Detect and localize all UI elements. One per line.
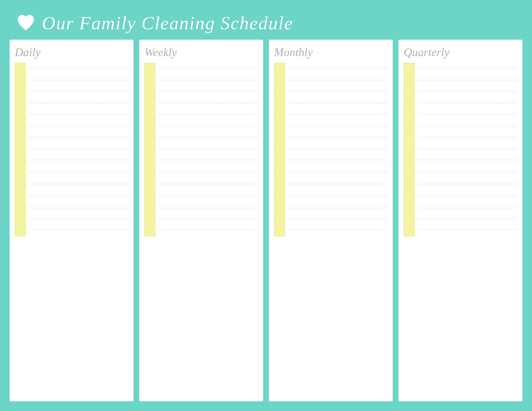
checkbox[interactable] [404,167,415,178]
monthly-checklist [274,62,388,396]
checkbox[interactable] [274,86,285,97]
checkbox[interactable] [15,132,26,143]
list-item [274,97,388,109]
list-item [274,225,388,236]
checkbox[interactable] [274,63,285,74]
weekly-column: Weekly [139,40,263,401]
list-item [15,85,128,97]
checkbox[interactable] [274,98,285,109]
list-item [274,155,388,167]
checkbox[interactable] [404,109,415,120]
list-item [274,120,388,132]
checkbox[interactable] [404,191,415,201]
checkbox[interactable] [144,156,155,167]
checkbox[interactable] [274,156,285,167]
list-item [144,167,258,178]
checkbox[interactable] [404,202,415,213]
list-item [274,109,388,120]
list-item [15,109,128,120]
checkbox[interactable] [274,167,285,178]
list-item [144,97,258,109]
checkbox[interactable] [404,121,415,132]
checkbox[interactable] [274,144,285,155]
checkbox[interactable] [15,98,26,109]
checkbox[interactable] [274,214,285,225]
checkbox[interactable] [144,144,155,155]
list-item [15,201,128,213]
list-item [404,201,517,213]
checkbox[interactable] [404,156,415,167]
checkbox[interactable] [144,191,155,201]
checkbox[interactable] [15,156,26,167]
list-item [404,190,517,201]
list-item [144,143,258,155]
list-item [404,155,517,167]
checkbox[interactable] [15,167,26,178]
checkbox[interactable] [15,191,26,201]
list-item [404,85,517,97]
checkbox[interactable] [15,121,26,132]
checkbox[interactable] [274,191,285,201]
checkbox[interactable] [404,225,415,236]
checkbox[interactable] [144,202,155,213]
checkbox[interactable] [144,214,155,225]
quarterly-checklist [404,62,517,396]
list-item [144,201,258,213]
list-item [15,74,128,85]
checkbox[interactable] [15,225,26,236]
checkbox[interactable] [274,74,285,85]
list-item [144,190,258,201]
checkbox[interactable] [144,86,155,97]
list-item [144,120,258,132]
checkbox[interactable] [404,74,415,85]
checkbox[interactable] [404,214,415,225]
list-item [274,178,388,190]
list-item [404,74,517,85]
checkbox[interactable] [404,144,415,155]
checkbox[interactable] [15,86,26,97]
list-item [274,85,388,97]
checkbox[interactable] [274,225,285,236]
checkbox[interactable] [144,167,155,178]
list-item [404,132,517,143]
checkbox[interactable] [15,63,26,74]
checkbox[interactable] [144,98,155,109]
checkbox[interactable] [144,63,155,74]
checkbox[interactable] [15,202,26,213]
checkbox[interactable] [144,121,155,132]
list-item [144,109,258,120]
checkbox[interactable] [144,225,155,236]
list-item [274,132,388,143]
checkbox[interactable] [404,98,415,109]
checkbox[interactable] [144,179,155,190]
list-item [144,213,258,225]
checkbox[interactable] [404,63,415,74]
list-item [15,143,128,155]
list-item [274,167,388,178]
weekly-column-title: Weekly [144,45,258,59]
checkbox[interactable] [15,74,26,85]
checkbox[interactable] [274,109,285,120]
checkbox[interactable] [274,132,285,143]
checkbox[interactable] [274,179,285,190]
checkbox[interactable] [144,132,155,143]
checkbox[interactable] [274,121,285,132]
checkbox[interactable] [144,109,155,120]
checkbox[interactable] [404,86,415,97]
checkbox[interactable] [404,179,415,190]
list-item [404,143,517,155]
list-item [144,225,258,236]
list-item [144,74,258,85]
checkbox[interactable] [15,109,26,120]
checkbox[interactable] [404,132,415,143]
list-item [274,190,388,201]
heart-icon [16,14,35,32]
checkbox[interactable] [15,214,26,225]
checkbox[interactable] [15,144,26,155]
list-item [15,213,128,225]
list-item [15,120,128,132]
checkbox[interactable] [144,74,155,85]
checkbox[interactable] [274,202,285,213]
checkbox[interactable] [15,179,26,190]
columns-container: Daily Weekly [10,40,522,401]
